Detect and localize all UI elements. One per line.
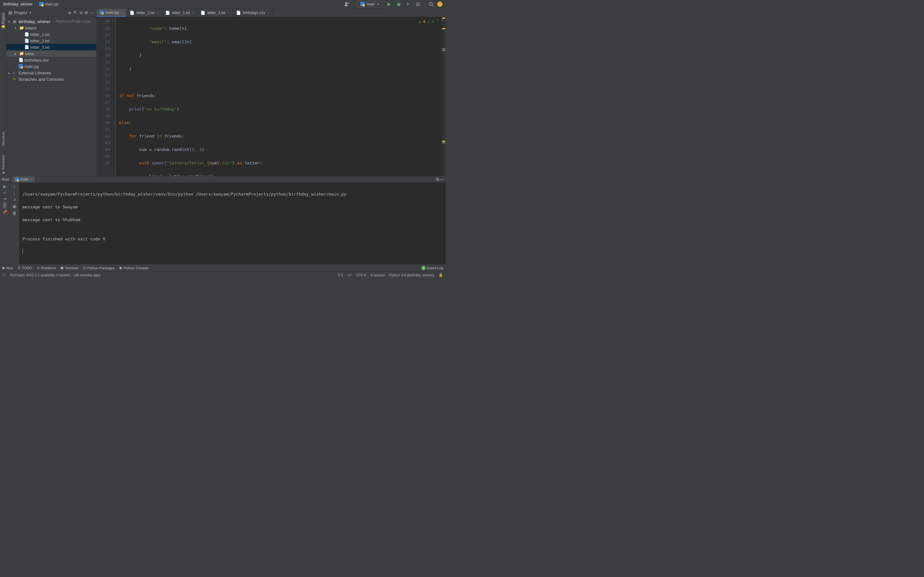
tree-file-birthdays[interactable]: 📄 birthdays.csv [6, 57, 96, 63]
project-tool-tab[interactable]: 📁 Project [1, 12, 5, 30]
tab-letter3[interactable]: 📄 letter_3.txt × [197, 9, 233, 17]
scratches-icon: ✎ [13, 77, 18, 81]
text-file-icon: 📄 [19, 58, 24, 62]
tool-window-icon[interactable]: ▢ [3, 273, 6, 277]
run-tool-button[interactable]: ▶Run [3, 266, 13, 270]
chevron-down-icon[interactable]: ▾ [8, 20, 12, 23]
text-file-icon: 📄 [236, 11, 241, 15]
todo-tool-button[interactable]: ☰TODO [17, 266, 32, 270]
gear-icon[interactable]: ⚙ [84, 10, 88, 15]
error-stripe[interactable] [442, 17, 446, 176]
search-everywhere-button[interactable] [428, 1, 435, 8]
tree-file-letter2[interactable]: 📄 letter_2.txt [6, 37, 96, 44]
gear-icon[interactable]: ⚙ [436, 177, 439, 182]
lock-icon[interactable]: 🔒 [439, 273, 443, 277]
project-panel-title[interactable]: Project [14, 10, 27, 15]
update-notice[interactable]: PyCharm 2021.1.1 available // Update... … [10, 273, 100, 277]
wrap-icon[interactable]: ⤶ [13, 197, 16, 202]
interpreter[interactable]: Python 3.8 (birthday_wisher) [389, 273, 434, 277]
pin-icon[interactable]: 📌 [2, 210, 7, 214]
chevron-down-icon[interactable]: ▾ [15, 26, 19, 30]
code-editor[interactable]: "name": name[n], "email": email[n] } ) i… [116, 17, 442, 176]
text-file-icon: 📄 [24, 39, 29, 43]
tree-file-letter1[interactable]: 📄 letter_1.txt [6, 31, 96, 37]
rerun-button[interactable]: ▶ [3, 184, 6, 189]
user-avatar[interactable] [437, 2, 443, 7]
tree-external-libs[interactable]: ▸ ⫴ External Libraries [6, 69, 96, 76]
close-icon[interactable]: × [227, 11, 229, 15]
console-output[interactable]: /Users/swayam/PycharmProjects/python/bir… [19, 183, 446, 264]
terminal-icon: ▣ [60, 266, 63, 270]
favorites-tool-tab[interactable]: ★ Favorites [1, 154, 5, 176]
down-icon[interactable]: ↓ [13, 191, 15, 195]
stop-button[interactable]: ■ [3, 190, 6, 195]
run-coverage-button[interactable] [405, 1, 412, 8]
hide-icon[interactable]: — [439, 177, 444, 182]
event-log-button[interactable]: 1Event Log [421, 266, 443, 270]
add-user-icon[interactable] [343, 1, 351, 8]
warning-indicator[interactable]: ⚠ 4 [419, 18, 425, 25]
chevron-up-icon[interactable]: ˄ [437, 18, 439, 25]
tree-file-mainpy[interactable]: main.py [6, 63, 96, 69]
tree-folder-letters[interactable]: ▾ 📁 letters [6, 25, 96, 31]
python-packages-tool-button[interactable]: ◫Python Packages [83, 266, 115, 270]
close-icon[interactable]: × [157, 11, 158, 15]
line-number-gutter[interactable]: 25262728 29303132 33343536 37383940 4142… [97, 17, 113, 176]
run-button[interactable] [386, 1, 393, 8]
breadcrumb-file[interactable]: main.py [45, 2, 58, 6]
svg-rect-11 [102, 13, 103, 15]
cursor-position[interactable]: 6:1 [338, 273, 343, 277]
file-encoding[interactable]: UTF-8 [356, 273, 366, 277]
text-file-icon: 📄 [24, 32, 29, 37]
run-configuration-selector[interactable]: main ▼ [357, 1, 383, 7]
python-console-tool-button[interactable]: ◉Python Console [119, 266, 149, 270]
soft-wrap-icon[interactable]: ⫞ [3, 202, 6, 208]
breadcrumb-project[interactable]: birthday_wisher [3, 2, 33, 6]
tree-folder-venv[interactable]: ▸ 📁 venv [6, 50, 96, 57]
chevron-down-icon[interactable]: ▼ [29, 11, 31, 14]
tab-letter2[interactable]: 📄 letter_2.txt × [126, 9, 162, 17]
close-icon[interactable]: × [121, 11, 123, 15]
locate-icon[interactable]: ⊕ [68, 10, 71, 15]
print-icon[interactable]: 🖶 [12, 204, 16, 209]
up-icon[interactable]: ↑ [13, 184, 15, 189]
chevron-down-icon[interactable]: ˅ [441, 18, 443, 25]
close-icon[interactable]: × [30, 177, 32, 182]
tab-main-py[interactable]: main.py × [97, 9, 126, 17]
svg-point-5 [397, 3, 400, 6]
line-separator[interactable]: LF [347, 273, 352, 277]
layout-icon[interactable]: ⫤ [3, 196, 7, 201]
weak-warning-indicator[interactable]: ✓ 2 [428, 18, 434, 25]
stop-button[interactable] [415, 1, 422, 8]
run-panel-label: Run: [2, 177, 10, 182]
terminal-tool-button[interactable]: ▣Terminal [60, 266, 78, 270]
tab-letter1[interactable]: 📄 letter_1.txt × [162, 9, 197, 17]
expand-all-icon[interactable]: ⇱ [73, 10, 77, 15]
svg-rect-1 [41, 4, 44, 6]
tab-birthdays[interactable]: 📄 birthdays.csv × [233, 9, 273, 17]
close-icon[interactable]: × [192, 11, 194, 15]
trash-icon[interactable]: 🗑 [12, 211, 16, 216]
close-icon[interactable]: × [267, 11, 269, 15]
breadcrumb-separator: 〉 [34, 2, 38, 7]
chevron-right-icon[interactable]: ▸ [15, 52, 19, 55]
folder-icon: 📁 [19, 51, 24, 56]
hide-icon[interactable]: — [90, 10, 94, 15]
problems-tool-button[interactable]: ⚠Problems [37, 266, 56, 270]
tree-scratches[interactable]: ✎ Scratches and Consoles [6, 76, 96, 82]
package-icon: ◫ [83, 266, 86, 270]
svg-rect-9 [21, 66, 23, 69]
python-file-icon [19, 64, 24, 69]
indent-setting[interactable]: 4 spaces [371, 273, 384, 277]
tree-file-letter3[interactable]: 📄 letter_3.txt [6, 44, 96, 50]
collapse-all-icon[interactable]: ⇲ [79, 10, 82, 15]
event-badge: 1 [421, 266, 426, 270]
fold-gutter[interactable] [113, 17, 116, 176]
run-tab-main[interactable]: main × [13, 176, 35, 182]
folder-icon: ▣ [13, 19, 18, 24]
python-icon: ◉ [119, 266, 122, 270]
structure-tool-tab[interactable]: Structure [1, 131, 5, 147]
chevron-right-icon[interactable]: ▸ [8, 71, 12, 75]
debug-button[interactable] [395, 1, 402, 8]
tree-root[interactable]: ▾ ▣ birthday_wisher ~/PycharmProjects/py [6, 18, 96, 25]
